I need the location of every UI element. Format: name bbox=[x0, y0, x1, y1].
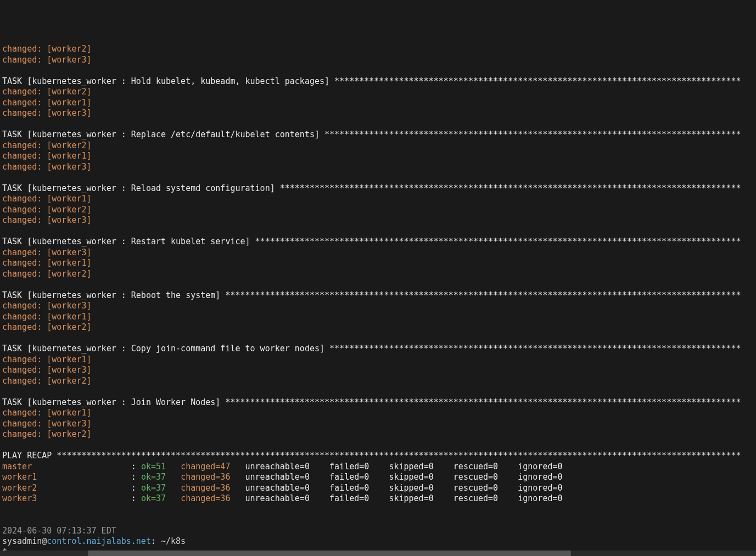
recap-ok: ok=37 bbox=[141, 472, 166, 482]
changed-line: changed: [worker3] bbox=[2, 301, 92, 311]
task-header: TASK [kubernetes_worker : Copy join-comm… bbox=[2, 344, 754, 355]
task-separator: ****************************************… bbox=[324, 130, 741, 139]
terminal-line: changed: [worker1] bbox=[2, 98, 754, 109]
recap-rest: unreachable=0 failed=0 skipped=0 rescued… bbox=[230, 462, 562, 471]
recap-changed: changed=36 bbox=[181, 483, 230, 493]
changed-line: changed: [worker3] bbox=[2, 162, 92, 172]
terminal-line bbox=[2, 504, 754, 515]
recap-host: worker1 bbox=[2, 472, 131, 482]
changed-line: changed: [worker3] bbox=[2, 55, 92, 65]
recap-rest: unreachable=0 failed=0 skipped=0 rescued… bbox=[230, 483, 562, 493]
terminal-line: changed: [worker2] bbox=[2, 87, 754, 98]
changed-line: changed: [worker3] bbox=[2, 365, 92, 375]
terminal-line: changed: [worker3] bbox=[2, 55, 754, 66]
changed-line: changed: [worker3] bbox=[2, 215, 92, 225]
terminal-line: changed: [worker3] bbox=[2, 108, 754, 119]
task-title: TASK [kubernetes_worker : Restart kubele… bbox=[2, 237, 255, 246]
changed-line: changed: [worker1] bbox=[2, 98, 92, 108]
timestamp: 2024-06-30 07:13:37 EDT bbox=[2, 526, 116, 536]
terminal-line bbox=[2, 226, 754, 237]
prompt-at: @ bbox=[42, 536, 47, 546]
task-header: TASK [kubernetes_worker : Reboot the sys… bbox=[2, 290, 754, 301]
terminal-line bbox=[2, 119, 754, 130]
shell-prompt[interactable]: sysadmin@control.naijalabs.net: ~/k8s bbox=[2, 536, 754, 547]
changed-line: changed: [worker2] bbox=[2, 322, 92, 332]
recap-rest: unreachable=0 failed=0 skipped=0 rescued… bbox=[230, 493, 562, 503]
terminal-line: changed: [worker3] bbox=[2, 162, 754, 173]
changed-line: changed: [worker3] bbox=[2, 419, 92, 429]
changed-line: changed: [worker3] bbox=[2, 248, 92, 257]
recap-rest: unreachable=0 failed=0 skipped=0 rescued… bbox=[230, 472, 562, 482]
terminal-line: changed: [worker1] bbox=[2, 194, 754, 205]
task-header: TASK [kubernetes_worker : Restart kubele… bbox=[2, 237, 754, 248]
timestamp-line: 2024-06-30 07:13:37 EDT bbox=[2, 526, 754, 537]
terminal-line: changed: [worker1] bbox=[2, 312, 754, 323]
recap-row: worker2 : ok=37 changed=36 unreachable=0… bbox=[2, 483, 754, 494]
terminal-line: changed: [worker2] bbox=[2, 376, 754, 387]
recap-row: worker1 : ok=37 changed=36 unreachable=0… bbox=[2, 472, 754, 483]
terminal-line: changed: [worker2] bbox=[2, 44, 754, 55]
terminal-output[interactable]: changed: [worker2]changed: [worker3] TAS… bbox=[2, 44, 754, 556]
recap-colon: : bbox=[131, 472, 141, 482]
changed-line: changed: [worker1] bbox=[2, 312, 92, 322]
task-title: TASK [kubernetes_worker : Reload systemd… bbox=[2, 183, 280, 193]
task-title: TASK [kubernetes_worker : Hold kubelet, … bbox=[2, 76, 334, 86]
terminal-line: changed: [worker1] bbox=[2, 151, 754, 162]
terminal-line bbox=[2, 279, 754, 290]
terminal-line: changed: [worker2] bbox=[2, 205, 754, 216]
recap-ok: ok=37 bbox=[141, 483, 166, 493]
task-title: TASK [kubernetes_worker : Join Worker No… bbox=[2, 397, 225, 407]
terminal-line bbox=[2, 386, 754, 397]
terminal-line bbox=[2, 333, 754, 344]
terminal-line: changed: [worker3] bbox=[2, 248, 754, 259]
recap-host: worker2 bbox=[2, 483, 131, 493]
task-header: TASK [kubernetes_worker : Reload systemd… bbox=[2, 183, 754, 194]
changed-line: changed: [worker1] bbox=[2, 151, 92, 161]
recap-ok: ok=51 bbox=[141, 462, 166, 471]
terminal-line: changed: [worker1] bbox=[2, 355, 754, 366]
terminal-line bbox=[2, 65, 754, 76]
changed-line: changed: [worker1] bbox=[2, 355, 92, 364]
recap-row: worker3 : ok=37 changed=36 unreachable=0… bbox=[2, 493, 754, 504]
task-separator: ****************************************… bbox=[329, 344, 741, 353]
recap-changed: changed=36 bbox=[181, 472, 230, 482]
task-separator: ****************************************… bbox=[255, 237, 741, 246]
recap-colon: : bbox=[131, 493, 141, 503]
recap-colon: : bbox=[131, 462, 141, 471]
changed-line: changed: [worker2] bbox=[2, 376, 92, 386]
terminal-line: changed: [worker1] bbox=[2, 408, 754, 419]
horizontal-scrollbar-track[interactable] bbox=[0, 551, 756, 556]
terminal-line: changed: [worker2] bbox=[2, 322, 754, 333]
recap-colon: : bbox=[131, 483, 141, 493]
horizontal-scrollbar-thumb[interactable] bbox=[88, 551, 571, 556]
recap-changed: changed=47 bbox=[181, 462, 230, 471]
changed-line: changed: [worker2] bbox=[2, 141, 92, 150]
terminal-line: changed: [worker3] bbox=[2, 365, 754, 376]
changed-line: changed: [worker3] bbox=[2, 108, 92, 118]
recap-separator: ****************************************… bbox=[57, 451, 741, 460]
terminal-line bbox=[2, 440, 754, 451]
terminal-line: changed: [worker3] bbox=[2, 419, 754, 430]
recap-host: worker3 bbox=[2, 493, 131, 503]
recap-title: PLAY RECAP bbox=[2, 451, 57, 460]
recap-host: master bbox=[2, 462, 131, 471]
changed-line: changed: [worker2] bbox=[2, 269, 92, 279]
terminal-line: changed: [worker3] bbox=[2, 215, 754, 226]
prompt-user: sysadmin bbox=[2, 536, 42, 546]
task-separator: ****************************************… bbox=[225, 397, 741, 407]
changed-line: changed: [worker1] bbox=[2, 194, 92, 204]
prompt-path: : ~/k8s bbox=[151, 536, 186, 546]
changed-line: changed: [worker1] bbox=[2, 258, 92, 268]
terminal-line bbox=[2, 172, 754, 183]
terminal-line: changed: [worker2] bbox=[2, 141, 754, 151]
task-separator: ****************************************… bbox=[334, 76, 741, 86]
terminal-line: changed: [worker1] bbox=[2, 258, 754, 269]
play-recap-header: PLAY RECAP *****************************… bbox=[2, 451, 754, 462]
changed-line: changed: [worker2] bbox=[2, 429, 92, 439]
terminal-line: changed: [worker2] bbox=[2, 429, 754, 440]
changed-line: changed: [worker2] bbox=[2, 205, 92, 215]
changed-line: changed: [worker2] bbox=[2, 44, 92, 54]
task-separator: ****************************************… bbox=[225, 290, 741, 300]
task-title: TASK [kubernetes_worker : Reboot the sys… bbox=[2, 290, 225, 300]
terminal-line: changed: [worker3] bbox=[2, 301, 754, 312]
